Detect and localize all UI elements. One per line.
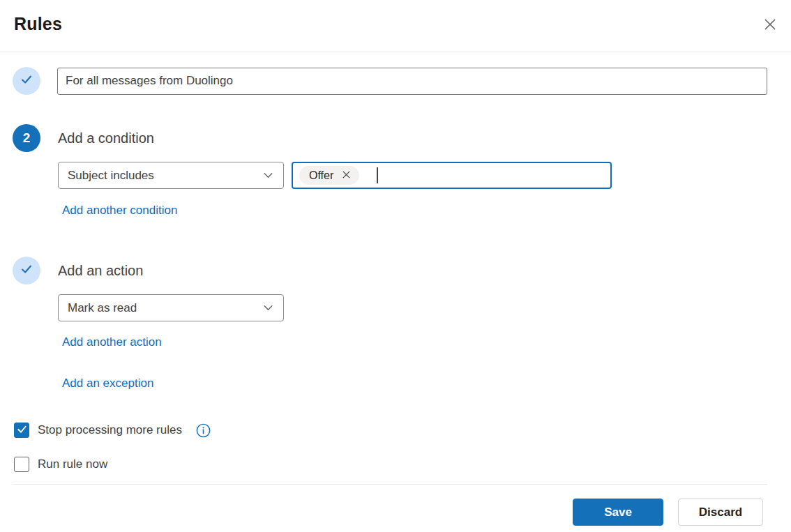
stop-processing-label: Stop processing more rules — [38, 423, 182, 437]
action-type-value: Mark as read — [68, 301, 137, 315]
close-button[interactable] — [759, 14, 781, 36]
condition-type-dropdown[interactable]: Subject includes — [58, 162, 284, 189]
close-icon — [762, 16, 778, 35]
chevron-down-icon — [262, 169, 274, 181]
info-icon[interactable] — [196, 423, 211, 438]
checkbox-check-icon — [17, 424, 27, 437]
save-button[interactable]: Save — [573, 499, 663, 526]
add-an-exception-link[interactable]: Add an exception — [62, 377, 153, 390]
checkmark-icon — [19, 72, 34, 90]
run-rule-now-option: Run rule now — [14, 457, 767, 472]
action-controls: Mark as read — [58, 294, 767, 321]
step-complete-badge — [13, 67, 40, 95]
dialog-header: Rules — [0, 0, 791, 52]
discard-button[interactable]: Discard — [678, 499, 763, 526]
tag-offer: Offer — [299, 166, 359, 185]
add-another-action-link[interactable]: Add another action — [62, 335, 162, 349]
stop-processing-checkbox[interactable] — [14, 423, 29, 438]
run-rule-now-label: Run rule now — [38, 457, 107, 471]
add-another-condition-link[interactable]: Add another condition — [62, 204, 177, 218]
condition-controls: Subject includes Offer — [58, 162, 767, 189]
dialog-body: 2 Add a condition Subject includes Offer — [0, 67, 791, 526]
chevron-down-icon — [262, 302, 274, 314]
condition-type-value: Subject includes — [68, 169, 154, 183]
dialog-footer: Save Discard — [13, 485, 767, 526]
checkbox-check-icon — [17, 458, 27, 471]
action-heading: Add an action — [58, 263, 143, 279]
run-rule-now-checkbox[interactable] — [14, 457, 29, 472]
action-step-header: Add an action — [13, 257, 767, 284]
tag-dismiss-button[interactable] — [342, 170, 351, 181]
page-title: Rules — [14, 14, 62, 34]
rules-dialog: Rules 2 Add a condition Subject includes — [0, 0, 791, 526]
step-2-badge: 2 — [13, 124, 40, 152]
action-type-dropdown[interactable]: Mark as read — [58, 294, 284, 321]
text-caret — [377, 167, 378, 183]
stop-processing-option: Stop processing more rules — [14, 423, 767, 438]
rule-name-row — [13, 67, 767, 95]
checkmark-icon — [19, 261, 34, 280]
tag-label: Offer — [309, 169, 333, 182]
condition-heading: Add a condition — [58, 130, 154, 146]
rule-name-input[interactable] — [57, 68, 767, 95]
condition-step-header: 2 Add a condition — [13, 124, 767, 152]
condition-value-input[interactable]: Offer — [292, 162, 612, 189]
action-complete-badge — [13, 257, 40, 284]
tag-dismiss-icon — [342, 170, 351, 181]
